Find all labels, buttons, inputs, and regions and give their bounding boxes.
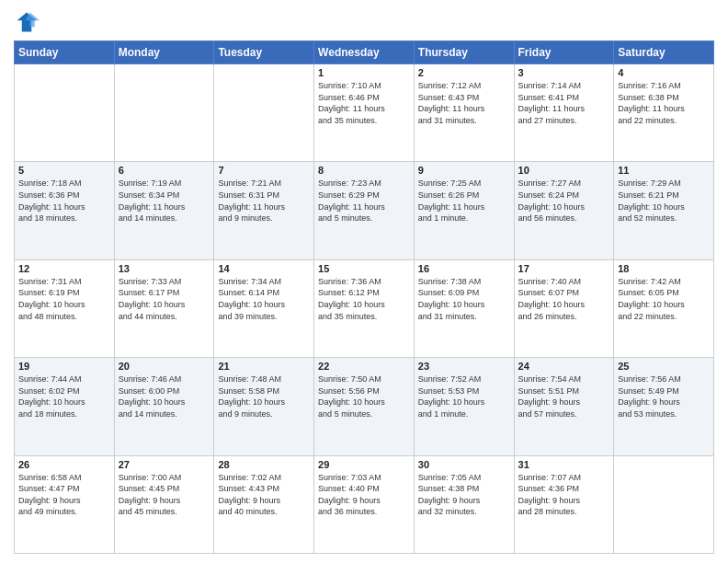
day-number: 9 xyxy=(418,165,510,176)
day-info: Sunrise: 7:44 AM Sunset: 6:02 PM Dayligh… xyxy=(18,373,110,419)
day-cell: 28Sunrise: 7:02 AM Sunset: 4:43 PM Dayli… xyxy=(214,455,314,553)
day-number: 20 xyxy=(119,361,210,372)
day-number: 5 xyxy=(18,165,110,176)
day-cell: 13Sunrise: 7:33 AM Sunset: 6:17 PM Dayli… xyxy=(114,259,214,357)
day-cell: 30Sunrise: 7:05 AM Sunset: 4:38 PM Dayli… xyxy=(414,455,514,553)
day-cell: 21Sunrise: 7:48 AM Sunset: 5:58 PM Dayli… xyxy=(214,358,314,455)
day-number: 31 xyxy=(518,459,610,470)
day-info: Sunrise: 7:50 AM Sunset: 5:56 PM Dayligh… xyxy=(318,373,410,419)
day-cell: 16Sunrise: 7:38 AM Sunset: 6:09 PM Dayli… xyxy=(414,259,514,357)
page: SundayMondayTuesdayWednesdayThursdayFrid… xyxy=(0,0,728,563)
day-info: Sunrise: 7:46 AM Sunset: 6:00 PM Dayligh… xyxy=(119,373,210,419)
day-cell: 22Sunrise: 7:50 AM Sunset: 5:56 PM Dayli… xyxy=(314,358,415,455)
day-number: 19 xyxy=(18,361,110,372)
day-cell: 3Sunrise: 7:14 AM Sunset: 6:41 PM Daylig… xyxy=(514,64,614,162)
day-number: 12 xyxy=(18,263,110,274)
day-number: 10 xyxy=(518,165,610,176)
weekday-header-friday: Friday xyxy=(514,41,614,64)
header xyxy=(14,9,714,35)
day-cell: 14Sunrise: 7:34 AM Sunset: 6:14 PM Dayli… xyxy=(214,259,314,357)
day-cell xyxy=(214,64,314,162)
day-cell: 18Sunrise: 7:42 AM Sunset: 6:05 PM Dayli… xyxy=(614,259,714,357)
day-cell: 26Sunrise: 6:58 AM Sunset: 4:47 PM Dayli… xyxy=(15,455,115,553)
day-info: Sunrise: 7:42 AM Sunset: 6:05 PM Dayligh… xyxy=(618,276,710,322)
day-cell xyxy=(15,64,115,162)
day-info: Sunrise: 7:27 AM Sunset: 6:24 PM Dayligh… xyxy=(518,178,610,224)
weekday-header-tuesday: Tuesday xyxy=(214,41,314,64)
day-cell: 24Sunrise: 7:54 AM Sunset: 5:51 PM Dayli… xyxy=(514,358,614,455)
day-info: Sunrise: 7:02 AM Sunset: 4:43 PM Dayligh… xyxy=(218,472,310,518)
day-cell: 20Sunrise: 7:46 AM Sunset: 6:00 PM Dayli… xyxy=(114,358,214,455)
day-cell: 17Sunrise: 7:40 AM Sunset: 6:07 PM Dayli… xyxy=(514,259,614,357)
day-number: 11 xyxy=(618,165,710,176)
day-number: 1 xyxy=(318,67,410,78)
day-info: Sunrise: 7:16 AM Sunset: 6:38 PM Dayligh… xyxy=(618,80,710,126)
day-cell: 6Sunrise: 7:19 AM Sunset: 6:34 PM Daylig… xyxy=(114,162,214,259)
day-number: 15 xyxy=(318,263,410,274)
day-info: Sunrise: 7:21 AM Sunset: 6:31 PM Dayligh… xyxy=(218,178,310,224)
day-cell xyxy=(614,455,714,553)
day-info: Sunrise: 7:07 AM Sunset: 4:36 PM Dayligh… xyxy=(518,472,610,518)
day-number: 8 xyxy=(318,165,410,176)
day-cell: 31Sunrise: 7:07 AM Sunset: 4:36 PM Dayli… xyxy=(514,455,614,553)
day-info: Sunrise: 7:31 AM Sunset: 6:19 PM Dayligh… xyxy=(18,276,110,322)
day-number: 28 xyxy=(218,459,310,470)
day-info: Sunrise: 7:05 AM Sunset: 4:38 PM Dayligh… xyxy=(418,472,510,518)
day-info: Sunrise: 7:56 AM Sunset: 5:49 PM Dayligh… xyxy=(618,373,710,419)
day-cell: 19Sunrise: 7:44 AM Sunset: 6:02 PM Dayli… xyxy=(15,358,115,455)
weekday-header-wednesday: Wednesday xyxy=(314,41,415,64)
day-number: 13 xyxy=(119,263,210,274)
day-number: 14 xyxy=(218,263,310,274)
day-info: Sunrise: 7:18 AM Sunset: 6:36 PM Dayligh… xyxy=(18,178,110,224)
day-number: 4 xyxy=(618,67,710,78)
day-info: Sunrise: 7:36 AM Sunset: 6:12 PM Dayligh… xyxy=(318,276,410,322)
day-number: 16 xyxy=(418,263,510,274)
week-row-1: 1Sunrise: 7:10 AM Sunset: 6:46 PM Daylig… xyxy=(15,64,714,162)
weekday-header-thursday: Thursday xyxy=(414,41,514,64)
day-number: 26 xyxy=(18,459,110,470)
day-info: Sunrise: 7:14 AM Sunset: 6:41 PM Dayligh… xyxy=(518,80,610,126)
day-info: Sunrise: 7:29 AM Sunset: 6:21 PM Dayligh… xyxy=(618,178,710,224)
logo xyxy=(14,9,43,35)
day-cell: 12Sunrise: 7:31 AM Sunset: 6:19 PM Dayli… xyxy=(15,259,115,357)
day-info: Sunrise: 7:00 AM Sunset: 4:45 PM Dayligh… xyxy=(119,472,210,518)
day-info: Sunrise: 7:03 AM Sunset: 4:40 PM Dayligh… xyxy=(318,472,410,518)
day-info: Sunrise: 7:10 AM Sunset: 6:46 PM Dayligh… xyxy=(318,80,410,126)
day-info: Sunrise: 7:48 AM Sunset: 5:58 PM Dayligh… xyxy=(218,373,310,419)
day-info: Sunrise: 7:19 AM Sunset: 6:34 PM Dayligh… xyxy=(119,178,210,224)
day-cell: 4Sunrise: 7:16 AM Sunset: 6:38 PM Daylig… xyxy=(614,64,714,162)
day-cell: 8Sunrise: 7:23 AM Sunset: 6:29 PM Daylig… xyxy=(314,162,415,259)
day-number: 18 xyxy=(618,263,710,274)
day-info: Sunrise: 6:58 AM Sunset: 4:47 PM Dayligh… xyxy=(18,472,110,518)
weekday-header-monday: Monday xyxy=(114,41,214,64)
week-row-3: 12Sunrise: 7:31 AM Sunset: 6:19 PM Dayli… xyxy=(15,259,714,357)
day-number: 21 xyxy=(218,361,310,372)
day-info: Sunrise: 7:52 AM Sunset: 5:53 PM Dayligh… xyxy=(418,373,510,419)
weekday-header-sunday: Sunday xyxy=(15,41,115,64)
weekday-header-saturday: Saturday xyxy=(614,41,714,64)
day-number: 25 xyxy=(618,361,710,372)
calendar-table: SundayMondayTuesdayWednesdayThursdayFrid… xyxy=(14,40,714,554)
day-info: Sunrise: 7:12 AM Sunset: 6:43 PM Dayligh… xyxy=(418,80,510,126)
day-number: 3 xyxy=(518,67,610,78)
week-row-2: 5Sunrise: 7:18 AM Sunset: 6:36 PM Daylig… xyxy=(15,162,714,259)
day-number: 30 xyxy=(418,459,510,470)
day-cell: 5Sunrise: 7:18 AM Sunset: 6:36 PM Daylig… xyxy=(15,162,115,259)
day-cell: 7Sunrise: 7:21 AM Sunset: 6:31 PM Daylig… xyxy=(214,162,314,259)
day-number: 29 xyxy=(318,459,410,470)
day-cell: 2Sunrise: 7:12 AM Sunset: 6:43 PM Daylig… xyxy=(414,64,514,162)
day-info: Sunrise: 7:38 AM Sunset: 6:09 PM Dayligh… xyxy=(418,276,510,322)
day-number: 2 xyxy=(418,67,510,78)
day-cell xyxy=(114,64,214,162)
day-cell: 10Sunrise: 7:27 AM Sunset: 6:24 PM Dayli… xyxy=(514,162,614,259)
logo-icon xyxy=(14,9,40,35)
day-info: Sunrise: 7:54 AM Sunset: 5:51 PM Dayligh… xyxy=(518,373,610,419)
day-number: 17 xyxy=(518,263,610,274)
day-cell: 11Sunrise: 7:29 AM Sunset: 6:21 PM Dayli… xyxy=(614,162,714,259)
day-number: 7 xyxy=(218,165,310,176)
day-cell: 25Sunrise: 7:56 AM Sunset: 5:49 PM Dayli… xyxy=(614,358,714,455)
day-cell: 27Sunrise: 7:00 AM Sunset: 4:45 PM Dayli… xyxy=(114,455,214,553)
day-number: 27 xyxy=(119,459,210,470)
weekday-header-row: SundayMondayTuesdayWednesdayThursdayFrid… xyxy=(15,41,714,64)
day-info: Sunrise: 7:23 AM Sunset: 6:29 PM Dayligh… xyxy=(318,178,410,224)
